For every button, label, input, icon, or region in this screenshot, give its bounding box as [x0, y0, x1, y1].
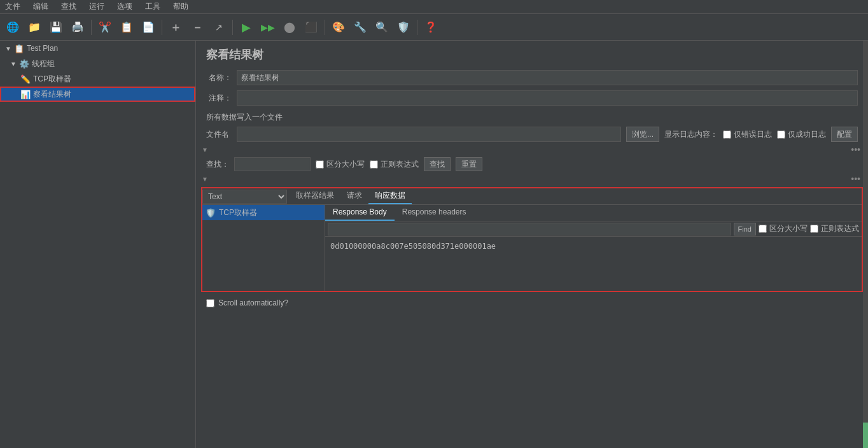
toolbar-new[interactable]: 🌐	[3, 17, 23, 38]
threadgroup-label: 线程组	[32, 59, 55, 69]
menu-options[interactable]: 选项	[115, 0, 135, 13]
error-log-check[interactable]: 仅错误日志	[723, 129, 772, 140]
file-input[interactable]	[237, 127, 621, 142]
file-section-label-row: 所有数据写入一个文件	[196, 108, 868, 125]
left-panel: ▼ 📋 Test Plan ▼ ⚙️ 线程组 ✏️ TCP取样器 📊 察看结果树	[0, 41, 196, 448]
tab-sampler-result[interactable]: 取样器结果	[290, 188, 340, 204]
arrow-down-icon-2: ▼	[201, 175, 209, 183]
panel-title: 察看结果树	[196, 41, 868, 67]
arrow-row-1: ▼ •••	[196, 144, 868, 155]
response-regex-label: 正则表达式	[821, 223, 859, 234]
response-tab-body[interactable]: Response Body	[325, 205, 395, 221]
results-area: Text RegExp Tester CSS/JQuery Tester XPa…	[201, 187, 863, 292]
toolbar-copy[interactable]: 📋	[116, 17, 137, 38]
tree-item-threadgroup[interactable]: ▼ ⚙️ 线程组	[0, 56, 195, 71]
toolbar-cut[interactable]: ✂️	[95, 17, 115, 38]
scroll-thumb	[863, 423, 868, 448]
sampler-item-tcp[interactable]: 🛡️ TCP取样器	[202, 205, 325, 220]
right-panel: 察看结果树 名称： 注释： 所有数据写入一个文件 文件名 浏览... 显示日志内…	[196, 41, 868, 448]
toolbar-icon1[interactable]: 🎨	[328, 17, 349, 38]
menu-help[interactable]: 帮助	[171, 0, 191, 13]
tab-response-data[interactable]: 响应数据	[368, 188, 412, 204]
name-row: 名称：	[196, 67, 868, 88]
tree-item-resulttree[interactable]: 📊 察看结果树	[0, 87, 195, 102]
toolbar-sep-2	[162, 20, 162, 35]
toolbar-stop2[interactable]: ⬛	[301, 17, 321, 38]
toolbar-paste[interactable]: 📄	[138, 17, 158, 38]
toolbar-remove[interactable]: －	[187, 17, 207, 38]
scroll-auto-checkbox[interactable]	[206, 299, 214, 307]
toolbar-stop[interactable]: ⬤	[279, 17, 300, 38]
response-area: Response Body Response headers Find 区分大小…	[325, 205, 862, 291]
response-find-button[interactable]: Find	[734, 223, 756, 235]
response-case-check[interactable]: 区分大小写	[759, 223, 808, 234]
response-find-input[interactable]	[328, 223, 731, 235]
threadgroup-arrow-icon: ▼	[10, 60, 17, 67]
config-button[interactable]: 配置	[831, 127, 858, 142]
testplan-icon: 📋	[14, 44, 24, 53]
menu-file[interactable]: 文件	[3, 0, 23, 13]
name-input[interactable]	[237, 70, 858, 85]
three-dot-menu-1[interactable]: •••	[848, 144, 863, 155]
menu-edit[interactable]: 编辑	[31, 0, 51, 13]
menu-tools[interactable]: 工具	[143, 0, 163, 13]
file-section-label: 所有数据写入一个文件	[206, 112, 283, 123]
response-find-bar: Find 区分大小写 正则表达式	[325, 221, 862, 237]
comment-input[interactable]	[237, 90, 858, 106]
toolbar-icon4[interactable]: 🛡️	[393, 17, 414, 38]
toolbar-help[interactable]: ❓	[421, 17, 441, 38]
toolbar-move[interactable]: ↗	[209, 17, 229, 38]
three-dot-menu-2[interactable]: •••	[848, 174, 863, 184]
comment-label: 注释：	[206, 93, 232, 104]
regex-check[interactable]: 正则表达式	[370, 159, 419, 170]
tree-item-testplan[interactable]: ▼ 📋 Test Plan	[0, 41, 195, 56]
case-sensitive-label: 区分大小写	[326, 159, 365, 170]
scroll-auto-row: Scroll automatically?	[196, 295, 868, 311]
toolbar-save-as[interactable]: 🖨️	[67, 17, 88, 38]
menu-run[interactable]: 运行	[87, 0, 107, 13]
search-input[interactable]	[234, 157, 311, 171]
response-regex-check[interactable]: 正则表达式	[810, 223, 859, 234]
toolbar-run[interactable]: ▶	[236, 17, 256, 38]
tab-request[interactable]: 请求	[340, 188, 368, 204]
resulttree-icon: 📊	[20, 90, 31, 99]
case-sensitive-check[interactable]: 区分大小写	[316, 159, 365, 170]
sampler-item-label: TCP取样器	[219, 207, 257, 218]
search-bar: 查找： 区分大小写 正则表达式 查找 重置	[196, 155, 868, 173]
log-display-row: 显示日志内容： 仅错误日志 仅成功日志 配置	[664, 127, 858, 142]
error-log-checkbox[interactable]	[723, 130, 731, 139]
menu-find[interactable]: 查找	[59, 0, 79, 13]
response-tabs: Response Body Response headers	[325, 205, 862, 221]
sampler-list: 🛡️ TCP取样器	[202, 205, 325, 291]
toolbar-open[interactable]: 📁	[24, 17, 45, 38]
response-regex-checkbox[interactable]	[810, 225, 818, 233]
response-case-label: 区分大小写	[769, 223, 808, 234]
log-display-label: 显示日志内容：	[664, 129, 718, 140]
response-case-checkbox[interactable]	[759, 225, 767, 233]
toolbar-icon2[interactable]: 🔧	[350, 17, 370, 38]
reset-button[interactable]: 重置	[456, 157, 482, 171]
toolbar-save[interactable]: 💾	[46, 17, 66, 38]
toolbar-sep-1	[91, 20, 92, 35]
arrow-row-2: ▼ •••	[196, 173, 868, 185]
tcpsampler-icon: ✏️	[20, 74, 31, 84]
format-dropdown[interactable]: Text RegExp Tester CSS/JQuery Tester XPa…	[202, 190, 287, 204]
right-scrollbar[interactable]	[863, 41, 868, 448]
results-toolbar: Text RegExp Tester CSS/JQuery Tester XPa…	[202, 188, 862, 205]
success-log-check[interactable]: 仅成功日志	[777, 129, 826, 140]
tree-item-tcpsampler[interactable]: ✏️ TCP取样器	[0, 71, 195, 87]
error-log-label: 仅错误日志	[734, 129, 772, 140]
toolbar-add[interactable]: ＋	[165, 17, 186, 38]
threadgroup-icon: ⚙️	[19, 59, 29, 69]
find-button[interactable]: 查找	[424, 157, 451, 171]
regex-checkbox[interactable]	[370, 160, 378, 169]
browse-button[interactable]: 浏览...	[626, 127, 659, 142]
toolbar-run-all[interactable]: ▶▶	[258, 17, 278, 38]
toolbar: 🌐 📁 💾 🖨️ ✂️ 📋 📄 ＋ － ↗ ▶ ▶▶ ⬤ ⬛ 🎨 🔧 🔍 🛡️ …	[0, 14, 868, 41]
testplan-label: Test Plan	[27, 44, 58, 53]
toolbar-icon3[interactable]: 🔍	[372, 17, 392, 38]
case-sensitive-checkbox[interactable]	[316, 160, 324, 169]
response-tab-headers[interactable]: Response headers	[395, 205, 474, 221]
success-log-checkbox[interactable]	[777, 130, 785, 139]
arrow-down-icon: ▼	[201, 146, 209, 154]
